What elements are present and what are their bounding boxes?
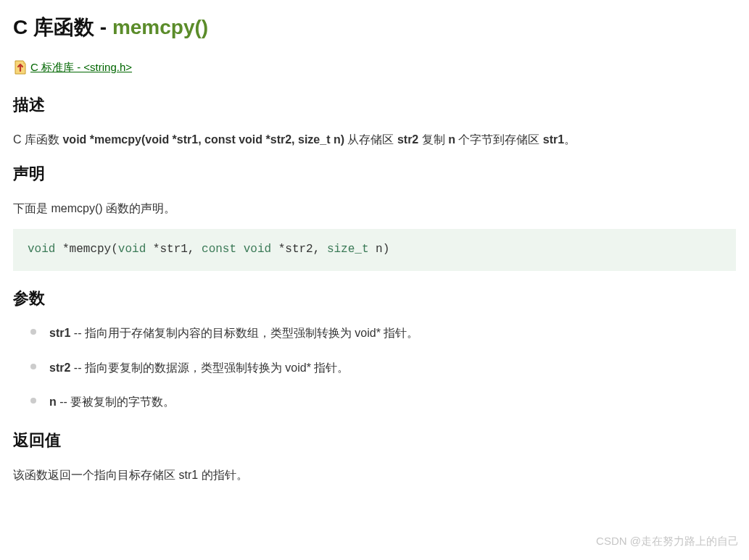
code-sp xyxy=(236,243,244,256)
code-str2: str2 xyxy=(285,243,313,256)
decl-intro: 下面是 memcpy() 函数的声明。 xyxy=(13,199,736,218)
code-star2: * xyxy=(146,243,160,256)
param-name: str1 xyxy=(49,327,70,339)
document-up-icon xyxy=(13,59,28,75)
ret-text: 该函数返回一个指向目标存储区 str1 的指针。 xyxy=(13,466,736,485)
desc-signature: void *memcpy(void *str1, const void *str… xyxy=(62,133,344,146)
section-heading-ret: 返回值 xyxy=(13,427,736,453)
section-heading-desc: 描述 xyxy=(13,92,736,117)
code-star1: * xyxy=(55,243,69,256)
desc-suffix: 。 xyxy=(564,133,576,146)
param-name: n xyxy=(49,396,57,408)
code-kw-void1: void xyxy=(28,243,55,256)
code-comma1: , xyxy=(188,243,202,256)
code-lparen: ( xyxy=(111,243,118,256)
code-star3: * xyxy=(271,243,285,256)
param-name: str2 xyxy=(49,362,70,374)
code-kw-void2: void xyxy=(118,243,146,256)
params-list: str1 -- 指向用于存储复制内容的目标数组，类型强制转换为 void* 指针… xyxy=(13,324,736,411)
desc-str1: str1 xyxy=(543,133,564,146)
code-str1: str1 xyxy=(160,243,187,256)
breadcrumb-link[interactable]: C 标准库 - <string.h> xyxy=(30,59,132,76)
code-n-rparen: n) xyxy=(369,243,390,256)
code-kw-void3: void xyxy=(244,243,271,256)
desc-mid1: 从存储区 xyxy=(344,133,397,146)
desc-mid2: 复制 xyxy=(418,133,448,146)
code-block: void *memcpy(void *str1, const void *str… xyxy=(13,229,736,271)
code-kw-const: const xyxy=(202,243,236,256)
list-item: n -- 要被复制的字节数。 xyxy=(30,393,736,411)
param-desc: -- 要被复制的字节数。 xyxy=(57,396,175,408)
param-desc: -- 指向用于存储复制内容的目标数组，类型强制转换为 void* 指针。 xyxy=(70,327,418,339)
title-func: memcpy() xyxy=(112,16,208,38)
list-item: str1 -- 指向用于存储复制内容的目标数组，类型强制转换为 void* 指针… xyxy=(30,324,736,343)
code-fn: memcpy xyxy=(70,243,112,256)
title-prefix: C 库函数 - xyxy=(13,16,112,38)
desc-mid3: 个字节到存储区 xyxy=(455,133,543,146)
breadcrumb: C 标准库 - <string.h> xyxy=(13,59,736,76)
desc-paragraph: C 库函数 void *memcpy(void *str1, const voi… xyxy=(13,130,736,149)
desc-n: n xyxy=(448,133,455,146)
code-comma2: , xyxy=(313,243,327,256)
section-heading-params: 参数 xyxy=(13,285,736,311)
code-type-sizet: size_t xyxy=(327,243,369,256)
desc-prefix: C 库函数 xyxy=(13,133,62,146)
list-item: str2 -- 指向要复制的数据源，类型强制转换为 void* 指针。 xyxy=(30,359,736,377)
param-desc: -- 指向要复制的数据源，类型强制转换为 void* 指针。 xyxy=(70,362,349,374)
page-title: C 库函数 - memcpy() xyxy=(13,12,736,44)
desc-str2: str2 xyxy=(397,133,418,146)
section-heading-decl: 声明 xyxy=(13,161,736,186)
